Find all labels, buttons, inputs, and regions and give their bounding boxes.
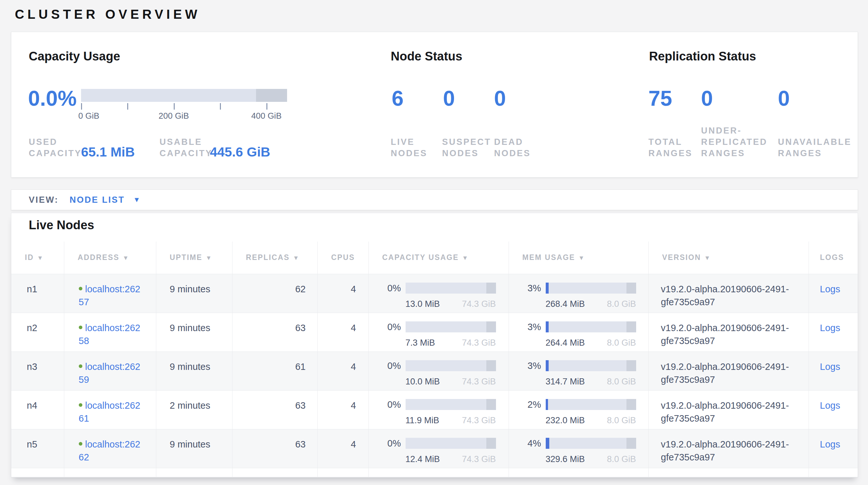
dead-nodes-label: DEADNODES [494,137,531,159]
logs-cell: Logs [809,274,858,313]
column-header-cpus: CPUS [317,241,368,274]
logs-link[interactable]: Logs [820,284,840,294]
capacity-usage-cell [368,468,508,477]
node-address-cell: localhost:26262 [64,429,156,468]
sort-arrow-icon: ▼ [578,254,585,261]
chevron-down-icon: ▼ [133,196,142,204]
column-header-logs: LOGS [809,241,858,274]
table-row [11,468,858,477]
capacity-usage-bar: 0 GiB 200 GiB 400 GiB [81,89,287,121]
logs-link[interactable]: Logs [820,400,840,411]
cpus-cell: 4 [317,274,368,313]
uptime-cell: 9 minutes [156,429,232,468]
mem-usage-cell: 4% 329.6 MiB8.0 GiB [508,429,648,468]
sort-arrow-icon: ▼ [293,254,300,261]
capacity-usage-title: Capacity Usage [29,50,120,63]
logs-link[interactable]: Logs [820,362,840,372]
view-label: VIEW: [29,195,59,205]
total-ranges-label: TOTALRANGES [648,137,693,159]
address-link[interactable]: localhost:26262 [79,439,156,464]
cpus-cell: 4 [317,429,368,468]
usable-capacity-value: 445.6 GiB [210,145,270,160]
table-row: n3 localhost:26259 9 minutes 61 4 0% 10.… [11,351,858,390]
mem-bar [546,321,636,333]
mem-usage-cell: 3% 314.7 MiB8.0 GiB [508,351,648,390]
logs-cell: Logs [809,390,858,429]
capacity-usage-cell: 0% 11.9 MiB74.3 GiB [368,390,508,429]
node-id-cell: n4 [11,390,64,429]
node-address-cell: localhost:26259 [64,351,156,390]
mem-bar [546,438,636,449]
capacity-bar [406,438,496,449]
mem-usage-cell [508,468,648,477]
mem-usage-cell: 3% 268.4 MiB8.0 GiB [508,274,648,313]
replication-status-title: Replication Status [649,50,756,63]
column-header-mem-usage[interactable]: MEM USAGE▼ [508,241,648,274]
cpus-cell: 4 [317,351,368,390]
table-row: n1 localhost:26257 9 minutes 62 4 0% 13.… [11,274,858,313]
sort-arrow-icon: ▼ [704,254,711,261]
column-header-uptime[interactable]: UPTIME▼ [156,241,232,274]
address-link[interactable]: localhost:26259 [79,362,156,386]
table-header-row: ID▼ ADDRESS▼ UPTIME▼ REPLICAS▼ CPUS CAPA… [11,241,858,274]
unavailable-ranges-count: 0 [778,88,790,109]
cpus-cell [317,468,368,477]
version-cell [648,468,809,477]
mem-bar [546,399,636,410]
capacity-bar [406,360,496,371]
capacity-percent: 0.0% [28,88,76,109]
cluster-summary-card: Capacity Usage Node Status Replication S… [11,32,858,177]
used-capacity-value: 65.1 MiB [81,145,135,160]
logs-link[interactable]: Logs [820,323,840,333]
version-cell: v19.2.0-alpha.20190606-2491-gfe735c9a97 [648,429,809,468]
live-nodes-label: LIVENODES [391,137,428,159]
capacity-usage-cell: 0% 12.4 MiB74.3 GiB [368,429,508,468]
address-link[interactable]: localhost:26257 [79,284,156,309]
column-header-id[interactable]: ID▼ [11,241,64,274]
mem-usage-cell: 3% 264.4 MiB8.0 GiB [508,313,648,351]
sort-arrow-icon: ▼ [462,254,469,261]
logs-cell: Logs [809,313,858,351]
replicas-cell [232,468,317,477]
table-row: n2 localhost:26258 9 minutes 63 4 0% 7.3… [11,313,858,351]
axis-tick-label: 0 GiB [78,111,99,121]
uptime-cell: 9 minutes [156,313,232,351]
capacity-bar [406,399,496,410]
dead-nodes-count: 0 [494,88,506,109]
capacity-bar [406,283,496,293]
node-id-cell: n3 [11,351,64,390]
capacity-usage-cell: 0% 10.0 MiB74.3 GiB [368,351,508,390]
address-link[interactable]: localhost:26258 [79,323,156,347]
logs-cell: Logs [809,429,858,468]
suspect-nodes-label: SUSPECTNODES [442,137,491,159]
node-address-cell: localhost:26257 [64,274,156,313]
view-mode-dropdown[interactable]: NODE LIST ▼ [70,195,142,205]
replicas-cell: 63 [232,313,317,351]
version-cell: v19.2.0-alpha.20190606-2491-gfe735c9a97 [648,390,809,429]
column-header-replicas[interactable]: REPLICAS▼ [232,241,317,274]
address-link[interactable]: localhost:26261 [79,400,156,425]
logs-link[interactable]: Logs [820,439,840,450]
column-header-capacity-usage[interactable]: CAPACITY USAGE▼ [368,241,508,274]
axis-tick-label: 200 GiB [159,111,189,121]
table-row: n5 localhost:26262 9 minutes 63 4 0% 12.… [11,429,858,468]
axis-tick-label: 400 GiB [251,111,282,121]
node-id-cell: n2 [11,313,64,351]
cpus-cell: 4 [317,313,368,351]
live-status-dot-icon [79,364,82,368]
sort-arrow-icon: ▼ [37,254,44,261]
uptime-cell [156,468,232,477]
live-nodes-tbody: n1 localhost:26257 9 minutes 62 4 0% 13.… [11,274,858,477]
cpus-cell: 4 [317,390,368,429]
sort-arrow-icon: ▼ [206,254,213,261]
column-header-address[interactable]: ADDRESS▼ [64,241,156,274]
replicas-cell: 63 [232,390,317,429]
mem-bar [546,360,636,371]
total-ranges-count: 75 [648,88,672,109]
capacity-axis [81,103,287,110]
page-title: CLUSTER OVERVIEW [15,7,200,22]
live-nodes-card: Live Nodes ID▼ ADDRESS▼ UPTIME▼ REPLICAS… [11,213,858,478]
under-replicated-ranges-count: 0 [701,88,713,109]
column-header-version[interactable]: VERSION▼ [648,241,809,274]
view-bar: VIEW: NODE LIST ▼ [11,190,858,210]
